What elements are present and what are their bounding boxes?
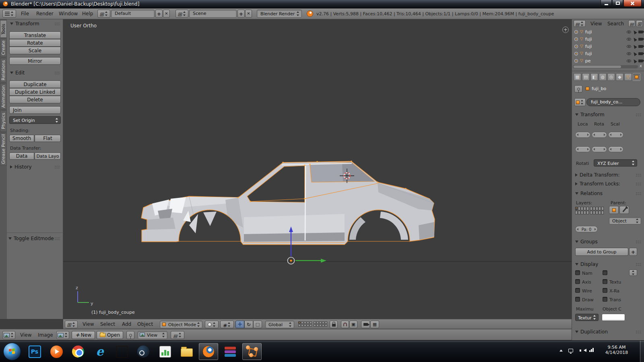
object-layers-grid-left[interactable] bbox=[575, 207, 589, 214]
scale-slider[interactable] bbox=[608, 132, 623, 138]
layer-cell[interactable] bbox=[601, 207, 604, 210]
display-stepper[interactable] bbox=[629, 269, 637, 276]
extra-checkbox[interactable] bbox=[603, 270, 607, 275]
panel-header-display[interactable]: Display bbox=[575, 261, 598, 267]
layer-cell[interactable] bbox=[586, 207, 589, 210]
layer-cell[interactable] bbox=[593, 211, 595, 214]
browse-scenes-button[interactable] bbox=[175, 10, 188, 18]
mirror-button[interactable]: Mirror bbox=[9, 57, 61, 65]
render-opengl-anim-button[interactable] bbox=[370, 321, 379, 328]
menu-file[interactable]: File bbox=[21, 11, 29, 16]
layer-cell[interactable] bbox=[314, 324, 316, 327]
layer-cell[interactable] bbox=[319, 324, 322, 327]
layer-cell[interactable] bbox=[314, 321, 316, 324]
drag-handle-icon[interactable] bbox=[54, 165, 60, 169]
tray-signal-icon[interactable] bbox=[589, 348, 594, 352]
slider-left-icon[interactable] bbox=[593, 148, 595, 150]
scale-slider[interactable] bbox=[608, 146, 623, 152]
transfer-data-button[interactable]: Data bbox=[9, 152, 34, 160]
outliner-item-name[interactable]: fuji bbox=[585, 29, 625, 35]
layer-cell[interactable] bbox=[322, 321, 324, 324]
viewport-3d[interactable]: z y User Ortho (1) fuji_body_coupe + bbox=[63, 19, 572, 319]
texture-space-checkbox[interactable] bbox=[603, 279, 607, 284]
data-tab[interactable]: ▽ bbox=[624, 73, 632, 81]
scene-tab[interactable]: ◧ bbox=[590, 73, 598, 81]
taskbar-node-app[interactable] bbox=[242, 343, 262, 360]
browse-object-button[interactable] bbox=[574, 98, 586, 106]
layers-grid-right[interactable] bbox=[314, 321, 327, 327]
outliner-item-name[interactable]: fuji bbox=[585, 37, 625, 42]
new-group-button[interactable] bbox=[629, 248, 637, 256]
location-slider[interactable] bbox=[575, 146, 590, 152]
filter-icon[interactable] bbox=[628, 20, 635, 27]
drag-handle-icon[interactable] bbox=[636, 330, 642, 334]
slider-right-icon[interactable] bbox=[604, 148, 605, 150]
taskbar-steam[interactable] bbox=[134, 343, 153, 360]
layers-grid-left[interactable] bbox=[298, 321, 312, 327]
outliner-row[interactable]: ▽fuji bbox=[574, 50, 643, 57]
add-to-group-button[interactable]: Add to Group bbox=[575, 248, 628, 256]
layer-cell[interactable] bbox=[307, 321, 309, 324]
slider-right-icon[interactable] bbox=[604, 134, 605, 136]
panel-header-delta-transform[interactable]: Delta Transform: bbox=[575, 172, 620, 178]
duplicate-button[interactable]: Duplicate bbox=[9, 80, 61, 88]
outliner-item-name[interactable]: pe bbox=[585, 58, 625, 64]
location-slider[interactable] bbox=[575, 132, 590, 138]
slider-right-icon[interactable] bbox=[587, 134, 589, 136]
panel-header-history[interactable]: History bbox=[10, 164, 32, 170]
object-color-swatch[interactable] bbox=[602, 314, 625, 321]
viewport-3d-canvas[interactable]: z y bbox=[63, 19, 572, 319]
mode-dropdown[interactable]: Object Mode bbox=[160, 321, 202, 328]
layer-cell[interactable] bbox=[584, 207, 586, 210]
add-scene-button[interactable] bbox=[237, 10, 245, 18]
modifiers-tab[interactable]: ◆ bbox=[616, 73, 623, 81]
layer-cell[interactable] bbox=[581, 211, 583, 214]
layer-cell[interactable] bbox=[316, 324, 319, 327]
menu-add[interactable]: Add bbox=[122, 321, 131, 327]
camera-icon[interactable] bbox=[638, 45, 643, 48]
taskbar-photoshop[interactable]: Ps bbox=[25, 343, 44, 360]
object-icon[interactable] bbox=[574, 37, 578, 41]
maximize-button[interactable] bbox=[612, 0, 623, 7]
tray-volume-icon[interactable] bbox=[580, 349, 586, 352]
rotation-slider[interactable] bbox=[592, 132, 607, 138]
taskbar-explorer[interactable] bbox=[177, 343, 196, 360]
drag-handle-icon[interactable] bbox=[54, 22, 60, 26]
eye-icon[interactable] bbox=[627, 52, 631, 55]
show-desktop-button[interactable] bbox=[640, 341, 644, 362]
set-origin-dropdown[interactable]: Set Origin bbox=[9, 116, 61, 124]
menu-render[interactable]: Render bbox=[36, 11, 54, 16]
transfer-data-layout-button[interactable]: Data Layo bbox=[35, 152, 61, 160]
layer-cell[interactable] bbox=[586, 211, 589, 214]
parent-type-dropdown[interactable]: Object bbox=[609, 217, 641, 224]
layer-cell[interactable] bbox=[322, 324, 324, 327]
object-icon[interactable] bbox=[574, 59, 578, 63]
eye-icon[interactable] bbox=[627, 45, 631, 48]
slider-left-icon[interactable] bbox=[610, 134, 611, 136]
menu-view[interactable]: View bbox=[20, 332, 31, 338]
layer-cell[interactable] bbox=[319, 321, 322, 324]
display-channels-dropdown[interactable] bbox=[171, 331, 184, 339]
layer-cell[interactable] bbox=[310, 324, 312, 327]
slider-left-icon[interactable] bbox=[610, 148, 611, 150]
snap-element-dropdown[interactable] bbox=[349, 321, 357, 328]
cursor-arrow-icon[interactable] bbox=[632, 29, 637, 34]
name-checkbox[interactable] bbox=[575, 270, 580, 275]
tab-animation[interactable]: Animation bbox=[0, 83, 7, 109]
tray-network-icon[interactable] bbox=[568, 349, 573, 352]
xray-checkbox[interactable] bbox=[603, 288, 607, 293]
cursor-arrow-icon[interactable] bbox=[632, 58, 637, 63]
menu-object[interactable]: Object bbox=[137, 321, 153, 327]
manipulator-rotate-toggle[interactable] bbox=[244, 321, 253, 328]
taskbar-media-player[interactable] bbox=[47, 343, 66, 360]
wire-checkbox[interactable] bbox=[575, 288, 580, 293]
layer-cell[interactable] bbox=[301, 324, 303, 327]
outliner-row[interactable]: ▽fuji bbox=[574, 28, 643, 35]
start-button[interactable] bbox=[3, 343, 21, 360]
tab-grease-pencil[interactable]: Grease Pencil bbox=[0, 133, 7, 166]
add-layout-button[interactable] bbox=[155, 10, 163, 18]
layer-cell[interactable] bbox=[578, 207, 580, 210]
render-opengl-button[interactable] bbox=[361, 321, 370, 328]
new-image-button[interactable]: New bbox=[72, 331, 95, 339]
drag-handle-icon[interactable] bbox=[636, 173, 642, 177]
